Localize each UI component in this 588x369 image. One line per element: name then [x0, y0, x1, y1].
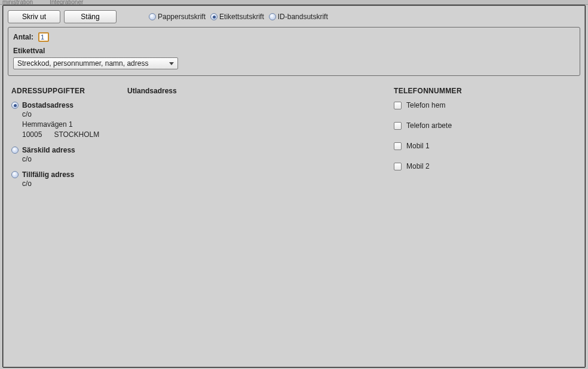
radio-icon	[11, 147, 19, 154]
foreign-address-header: Utlandsadress	[127, 87, 390, 95]
print-type-label[interactable]: Etikettsutskrift	[210, 13, 264, 21]
print-type-paper-label: Pappersutskrift	[158, 13, 206, 21]
etikettval-label: Etikettval	[13, 47, 575, 55]
print-type-idband[interactable]: ID-bandsutskrift	[269, 13, 328, 21]
address-bostad-title: Bostadsadress	[22, 101, 74, 109]
antal-input[interactable]	[38, 32, 49, 42]
address-bostad-cityline: 10005 STOCKHOLM	[22, 130, 127, 140]
toolbar: Skriv ut Stäng Pappersutskrift Etikettsu…	[8, 9, 580, 27]
checkbox-icon[interactable]	[394, 122, 402, 130]
address-bostad-street: Hemmavägen 1	[22, 120, 127, 130]
print-type-label-label: Etikettsutskrift	[219, 13, 264, 21]
address-bostad-co: c/o	[22, 109, 127, 120]
phone-item-hem[interactable]: Telefon hem	[394, 101, 580, 109]
phone-list: Telefon hem Telefon arbete Mobil 1 Mobil…	[394, 101, 580, 170]
radio-icon	[269, 13, 276, 20]
close-button[interactable]: Stäng	[64, 10, 117, 23]
address-option-tillfallig[interactable]: Tillfällig adress	[11, 170, 127, 179]
checkbox-icon[interactable]	[394, 102, 402, 109]
etikettval-select[interactable]: Streckkod, personnummer, namn, adress	[13, 57, 178, 69]
radio-icon	[149, 13, 156, 20]
checkbox-icon[interactable]	[394, 142, 402, 150]
print-type-paper[interactable]: Pappersutskrift	[149, 13, 206, 21]
antal-label: Antal:	[13, 33, 33, 41]
config-panel: Antal: Etikettval Streckkod, personnumme…	[8, 27, 580, 76]
radio-icon	[11, 102, 19, 109]
address-option-bostad[interactable]: Bostadsadress	[11, 101, 127, 109]
address-tillfallig-title: Tillfällig adress	[22, 170, 74, 179]
phone-label: Telefon arbete	[406, 121, 452, 130]
phone-label: Mobil 1	[406, 142, 430, 150]
addresses-header: ADRESSUPPGIFTER	[11, 87, 127, 95]
checkbox-icon[interactable]	[394, 163, 402, 170]
address-tillfallig-co: c/o	[22, 179, 127, 189]
radio-icon	[210, 13, 218, 20]
phones-header: TELEFONNUMMER	[394, 87, 580, 95]
print-type-group: Pappersutskrift Etikettsutskrift ID-band…	[149, 13, 330, 21]
phone-label: Mobil 2	[406, 162, 430, 170]
radio-icon	[11, 171, 19, 178]
phone-item-mobil2[interactable]: Mobil 2	[394, 162, 580, 170]
address-sarskild-title: Särskild adress	[22, 146, 75, 154]
phone-item-arbete[interactable]: Telefon arbete	[394, 121, 580, 130]
chevron-down-icon	[169, 62, 174, 65]
background-menu: ministrationIntegrationer	[0, 0, 588, 5]
print-dialog: Skriv ut Stäng Pappersutskrift Etikettsu…	[2, 5, 586, 368]
address-option-sarskild[interactable]: Särskild adress	[11, 146, 127, 154]
phone-item-mobil1[interactable]: Mobil 1	[394, 142, 580, 150]
print-type-idband-label: ID-bandsutskrift	[278, 13, 328, 21]
address-sarskild-co: c/o	[22, 154, 127, 164]
etikettval-selected-text: Streckkod, personnummer, namn, adress	[17, 59, 148, 68]
phone-label: Telefon hem	[406, 101, 445, 109]
print-button[interactable]: Skriv ut	[8, 10, 60, 23]
